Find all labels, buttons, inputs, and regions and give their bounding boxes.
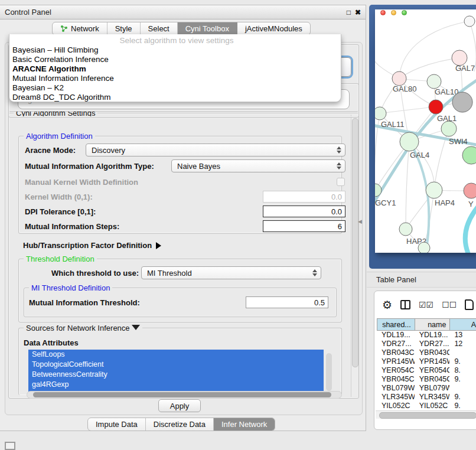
table-row[interactable]: YLR345WYLR345W9. xyxy=(377,393,476,402)
table-row[interactable]: YBR043CYBR043C xyxy=(377,348,476,357)
dpi-tolerance-field[interactable] xyxy=(263,206,345,217)
table-cell: YDL19... xyxy=(415,331,450,340)
tab-network[interactable]: Network xyxy=(53,22,107,35)
tab-label: Select xyxy=(148,24,169,33)
control-panel-tabs: NetworkStyleSelectCyni ToolboxjActiveMNo… xyxy=(52,22,311,35)
list-vertical-scrollbar[interactable] xyxy=(326,353,332,391)
table-row[interactable]: YPR145WYPR145W9. xyxy=(377,357,476,366)
mi-threshold-field[interactable] xyxy=(246,296,328,308)
dropdown-item[interactable]: Dream8 DC_TDC Algorithm xyxy=(9,93,341,102)
node-label: GAL4 xyxy=(410,151,429,159)
network-node-gcy1[interactable] xyxy=(375,184,382,197)
settings-vertical-scrollbar[interactable] xyxy=(351,115,358,397)
close-panel-icon[interactable]: ✖ xyxy=(355,9,361,16)
vertical-scroll-thumb[interactable] xyxy=(352,118,358,367)
dropdown-item[interactable]: Basic Correlation Inference xyxy=(9,55,341,64)
table-cell: YBL079W xyxy=(377,384,415,393)
dropdown-item[interactable]: Bayesian – K2 xyxy=(9,83,341,93)
table-row[interactable]: YDR27...YDR27...12 xyxy=(377,340,476,348)
network-node-swi4[interactable] xyxy=(441,121,457,136)
settings-horizontal-scrollbar[interactable] xyxy=(27,391,342,399)
tab-select[interactable]: Select xyxy=(141,22,178,35)
table-cell: YDR27... xyxy=(415,340,450,348)
dropdown-item[interactable]: ARACNE Algorithm xyxy=(9,64,341,74)
apply-button[interactable]: Apply xyxy=(158,399,201,412)
collapse-down-icon xyxy=(132,325,140,330)
table-cell xyxy=(449,384,476,393)
column-header[interactable]: name xyxy=(415,318,450,331)
dropdown-item[interactable]: Bayesian – Hill Climbing xyxy=(9,45,341,55)
floating-panel-icon[interactable] xyxy=(5,442,15,450)
network-view-window[interactable]: GAL7GAL80GAL10GAL1GAL11SWI4GAL4GCY1HAP4Y… xyxy=(369,5,476,269)
which-threshold-combobox[interactable]: MI Threshold xyxy=(141,266,321,279)
manual-kernel-checkbox[interactable] xyxy=(337,178,345,186)
table-row[interactable]: YER054CYER054C8. xyxy=(377,366,476,375)
aracne-mode-combobox[interactable]: Discovery xyxy=(86,144,345,156)
network-node-y[interactable] xyxy=(464,183,476,198)
columns-icon[interactable] xyxy=(400,300,410,309)
bottom-tab-infer-network[interactable]: Infer Network xyxy=(214,418,275,431)
network-node[interactable] xyxy=(464,16,475,27)
table-cell: YBR045C xyxy=(415,375,450,384)
attribute-list-item[interactable]: BetweennessCentrality xyxy=(28,370,324,380)
tab-cyni-toolbox[interactable]: Cyni Toolbox xyxy=(178,22,237,35)
cyni-bottom-tabs: Impute DataDiscretize DataInfer Network xyxy=(87,418,275,431)
network-node-gal80[interactable] xyxy=(392,71,406,86)
sources-group-title[interactable]: Sources for Network Inference xyxy=(24,324,142,332)
table-row[interactable]: YIL052CYIL052C9. xyxy=(377,402,476,410)
mi-steps-field[interactable] xyxy=(263,220,345,232)
attribute-list-item[interactable]: gal4RGexp xyxy=(28,380,324,390)
attribute-list-item[interactable]: TopologicalCoefficient xyxy=(28,360,324,370)
kernel-width-field[interactable] xyxy=(263,191,345,203)
network-node-hap2[interactable] xyxy=(399,223,412,236)
bottom-tab-impute-data[interactable]: Impute Data xyxy=(88,418,146,431)
minimize-window-icon[interactable] xyxy=(391,10,396,15)
deselect-all-checkboxes-icon[interactable]: ☐☐ xyxy=(442,300,457,309)
bottom-tab-discretize-data[interactable]: Discretize Data xyxy=(146,418,214,431)
column-header[interactable]: A xyxy=(449,318,476,331)
close-window-icon[interactable] xyxy=(380,10,386,15)
attribute-list-item[interactable]: SelfLoops xyxy=(28,350,324,360)
cyni-algorithm-settings-group: Cyni Algorithm Settings Algorithm Defini… xyxy=(8,113,359,399)
gear-icon[interactable]: ⚙ xyxy=(382,299,392,311)
table-row[interactable]: YBL079WYBL079W xyxy=(377,384,476,393)
table-row[interactable]: YDL19...YDL19...13 xyxy=(377,331,476,340)
network-node-gal11[interactable] xyxy=(375,107,386,120)
float-panel-icon[interactable]: □ xyxy=(347,9,351,16)
hub-definition-toggle[interactable]: Hub/Transcription Factor Definition xyxy=(23,241,161,250)
select-all-checkboxes-icon[interactable]: ☑☑ xyxy=(419,300,433,309)
table-hscroll-thumb[interactable] xyxy=(379,412,476,419)
tab-style[interactable]: Style xyxy=(107,22,141,35)
network-node-gal1[interactable] xyxy=(429,100,443,114)
data-attributes-list[interactable]: SelfLoopsTopologicalCoefficientBetweenne… xyxy=(28,350,324,395)
network-canvas[interactable]: GAL7GAL80GAL10GAL1GAL11SWI4GAL4GCY1HAP4Y… xyxy=(375,9,476,253)
dropdown-placeholder: Select algorithm to view settings xyxy=(9,36,341,45)
table-cell: 13 xyxy=(449,331,476,340)
table-cell: YLR345W xyxy=(377,393,415,402)
mi-threshold-group: MI Threshold Definition Mutual Informati… xyxy=(24,288,337,317)
network-node-gal10[interactable] xyxy=(427,74,441,89)
tab-jactivemnodules[interactable]: jActiveMNodules xyxy=(237,22,310,35)
panel-splitter-arrow[interactable]: ◀ xyxy=(358,219,362,224)
node-label: HAP4 xyxy=(435,198,455,207)
network-node[interactable] xyxy=(452,92,472,112)
column-header[interactable]: shared... xyxy=(377,318,415,331)
table-cell xyxy=(449,348,476,357)
table-horizontal-scrollbar[interactable] xyxy=(376,410,476,419)
document-icon[interactable] xyxy=(465,299,474,310)
mi-type-combobox[interactable]: Naive Bayes xyxy=(171,159,345,172)
network-node[interactable] xyxy=(462,146,476,164)
table-toolbar: ⚙ ☑☑ ☐☐ xyxy=(374,291,476,318)
table-cell: 12 xyxy=(449,340,476,348)
network-node[interactable] xyxy=(418,242,430,253)
horizontal-scroll-thumb[interactable] xyxy=(33,392,331,397)
zoom-window-icon[interactable] xyxy=(402,10,407,15)
network-node-gal4[interactable] xyxy=(400,132,419,151)
network-graph[interactable]: GAL7GAL80GAL10GAL1GAL11SWI4GAL4GCY1HAP4Y… xyxy=(375,9,476,253)
threshold-definition-group: Threshold Definition Which threshold to … xyxy=(18,259,342,322)
table-row[interactable]: YBR045CYBR045C9. xyxy=(377,375,476,384)
hub-definition-label: Hub/Transcription Factor Definition xyxy=(23,241,152,250)
network-node-hap4[interactable] xyxy=(426,182,442,198)
table-cell: YDR27... xyxy=(377,340,415,348)
dropdown-item[interactable]: Mutual Information Inference xyxy=(9,74,341,83)
